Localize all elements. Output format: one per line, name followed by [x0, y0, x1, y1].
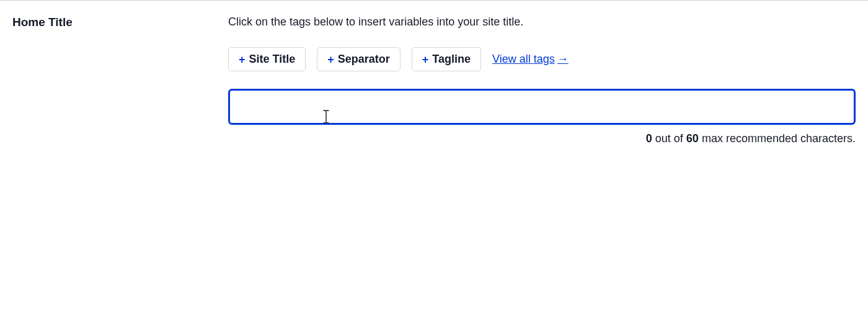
tag-button-tagline[interactable]: + Tagline	[412, 47, 481, 71]
arrow-right-icon: →	[557, 53, 569, 66]
plus-icon: +	[239, 54, 246, 65]
plus-icon: +	[327, 54, 334, 65]
field-label-column: Home Title	[0, 16, 228, 145]
counter-max: 60	[686, 132, 699, 145]
counter-text-middle: out of	[652, 132, 686, 145]
counter-current: 0	[646, 132, 652, 145]
tag-button-label: Tagline	[432, 53, 471, 66]
field-main-column: Click on the tags below to insert variab…	[228, 16, 868, 145]
helper-text: Click on the tags below to insert variab…	[228, 16, 856, 29]
home-title-input[interactable]	[228, 89, 856, 125]
character-counter: 0 out of 60 max recommended characters.	[228, 132, 856, 145]
view-all-tags-link[interactable]: View all tags→	[492, 53, 569, 66]
tag-button-separator[interactable]: + Separator	[317, 47, 401, 71]
view-all-tags-label: View all tags	[492, 53, 555, 65]
field-label: Home Title	[12, 16, 228, 29]
tag-button-label: Site Title	[249, 53, 296, 66]
tag-button-site-title[interactable]: + Site Title	[228, 47, 306, 71]
tag-button-row: + Site Title + Separator + Tagline View …	[228, 47, 856, 71]
plus-icon: +	[422, 54, 429, 65]
counter-text-suffix: max recommended characters.	[699, 132, 856, 145]
home-title-row: Home Title Click on the tags below to in…	[0, 1, 868, 145]
tag-button-label: Separator	[338, 53, 390, 66]
